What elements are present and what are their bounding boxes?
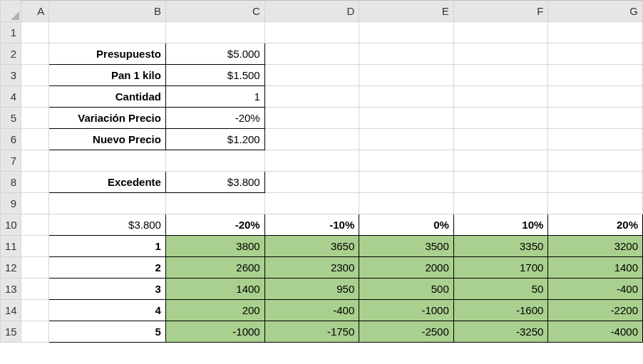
row-header-11[interactable]: 11 [1,236,21,257]
datatable-rowhdr[interactable]: 4 [49,300,166,321]
row-header-14[interactable]: 14 [1,300,21,321]
cell[interactable] [548,172,643,193]
cell[interactable] [21,108,48,129]
col-header-F[interactable]: F [453,1,548,22]
row-header-9[interactable]: 9 [1,193,21,214]
cell[interactable] [359,129,454,150]
cell[interactable] [548,108,643,129]
cell[interactable] [359,150,454,172]
datatable-colhdr[interactable]: 10% [453,214,548,236]
datatable-value[interactable]: 1400 [548,257,643,279]
cell[interactable] [453,150,548,172]
datatable-value[interactable]: -4000 [548,321,643,343]
cell[interactable] [453,65,548,86]
datatable-value[interactable]: 2600 [165,257,264,279]
row-header-2[interactable]: 2 [1,43,21,65]
cell[interactable] [21,214,48,236]
cell[interactable] [264,193,359,214]
cell[interactable] [21,172,48,193]
datatable-value[interactable]: 50 [453,279,548,300]
datatable-value[interactable]: 3800 [165,236,264,257]
cell[interactable] [165,22,264,43]
row-header-1[interactable]: 1 [1,22,21,43]
col-header-G[interactable]: G [548,1,643,22]
cell[interactable] [264,22,359,43]
cell[interactable] [453,129,548,150]
select-all-corner[interactable] [1,1,21,22]
cell[interactable] [21,43,48,65]
datatable-colhdr[interactable]: 0% [359,214,454,236]
datatable-rowhdr[interactable]: 1 [49,236,166,257]
row-header-5[interactable]: 5 [1,108,21,129]
row-header-3[interactable]: 3 [1,65,21,86]
datatable-value[interactable]: 3650 [264,236,359,257]
cell[interactable] [359,65,454,86]
row-header-8[interactable]: 8 [1,172,21,193]
cell[interactable] [453,22,548,43]
cell[interactable] [359,193,454,214]
cell[interactable] [264,43,359,65]
col-header-B[interactable]: B [49,1,166,22]
cell[interactable] [453,108,548,129]
datatable-value[interactable]: -3250 [453,321,548,343]
cell[interactable] [264,129,359,150]
cell[interactable] [453,86,548,108]
datatable-rowhdr[interactable]: 2 [49,257,166,279]
datatable-value[interactable]: -1750 [264,321,359,343]
cell[interactable] [49,193,166,214]
cell[interactable] [21,279,48,300]
datatable-value[interactable]: 3350 [453,236,548,257]
datatable-colhdr[interactable]: -20% [165,214,264,236]
cell[interactable] [21,321,48,343]
presupuesto-label[interactable]: Presupuesto [49,43,166,65]
nuevoprecio-value[interactable]: $1.200 [165,129,264,150]
cell[interactable] [21,86,48,108]
datatable-value[interactable]: 950 [264,279,359,300]
col-header-D[interactable]: D [264,1,359,22]
col-header-E[interactable]: E [359,1,454,22]
cell[interactable] [21,236,48,257]
cell[interactable] [264,150,359,172]
datatable-value[interactable]: 200 [165,300,264,321]
datatable-value[interactable]: -400 [548,279,643,300]
datatable-colhdr[interactable]: 20% [548,214,643,236]
worksheet-grid[interactable]: A B C D E F G 1 2 Presupuesto $5.000 3 P… [0,0,643,343]
cell[interactable] [548,129,643,150]
presupuesto-value[interactable]: $5.000 [165,43,264,65]
cell[interactable] [548,150,643,172]
col-header-C[interactable]: C [165,1,264,22]
row-header-12[interactable]: 12 [1,257,21,279]
cell[interactable] [548,22,643,43]
cell[interactable] [21,22,48,43]
cell[interactable] [453,43,548,65]
cell[interactable] [165,193,264,214]
datatable-value[interactable]: 2300 [264,257,359,279]
datatable-rowhdr[interactable]: 5 [49,321,166,343]
cell[interactable] [453,193,548,214]
datatable-rowhdr[interactable]: 3 [49,279,166,300]
datatable-value[interactable]: -2200 [548,300,643,321]
pan-label[interactable]: Pan 1 kilo [49,65,166,86]
pan-value[interactable]: $1.500 [165,65,264,86]
datatable-value[interactable]: 3200 [548,236,643,257]
cell[interactable] [453,172,548,193]
nuevoprecio-label[interactable]: Nuevo Precio [49,129,166,150]
variacion-label[interactable]: Variación Precio [49,108,166,129]
excedente-value[interactable]: $3.800 [165,172,264,193]
cell[interactable] [264,86,359,108]
datatable-value[interactable]: 500 [359,279,454,300]
datatable-value[interactable]: -1000 [165,321,264,343]
datatable-colhdr[interactable]: -10% [264,214,359,236]
cell[interactable] [21,193,48,214]
cantidad-label[interactable]: Cantidad [49,86,166,108]
cell[interactable] [548,65,643,86]
cell[interactable] [264,172,359,193]
datatable-value[interactable]: 1400 [165,279,264,300]
datatable-value[interactable]: -1000 [359,300,454,321]
excedente-label[interactable]: Excedente [49,172,166,193]
cell[interactable] [548,86,643,108]
row-header-15[interactable]: 15 [1,321,21,343]
cell[interactable] [21,257,48,279]
cell[interactable] [548,43,643,65]
cell[interactable] [359,86,454,108]
